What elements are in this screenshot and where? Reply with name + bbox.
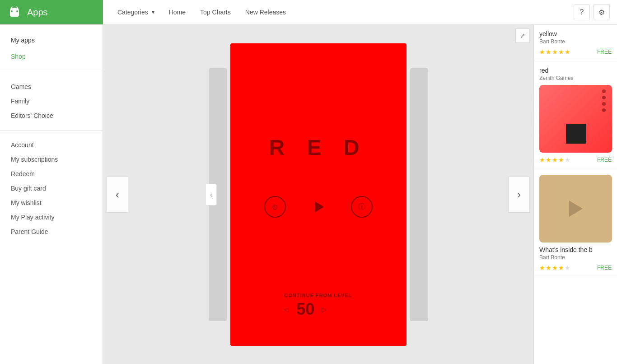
star-2: ★ — [546, 264, 552, 271]
categories-label: Categories — [117, 9, 148, 16]
app-title-red: red — [539, 67, 612, 74]
header: Apps Categories ▾ Home Top Charts New Re… — [0, 0, 617, 25]
slide-next — [410, 68, 428, 321]
app-card-footer-whats-inside: ★ ★ ★ ★ ★ FREE — [539, 264, 612, 271]
settings-button[interactable]: ⚙ — [594, 4, 610, 20]
star-1: ★ — [539, 264, 545, 271]
carousel-prev-button[interactable]: ‹ — [107, 177, 128, 213]
sidebar-item-shop[interactable]: Shop — [0, 48, 103, 65]
free-badge-red: FREE — [597, 157, 612, 163]
star-5-half: ★ — [565, 48, 570, 56]
brand: Apps — [0, 0, 103, 24]
rating-stars-red: ★ ★ ★ ★ ★ — [539, 156, 570, 163]
star-3: ★ — [552, 264, 558, 271]
carousel-next-button[interactable]: › — [508, 177, 530, 213]
dot-1 — [602, 89, 606, 93]
sidebar-item-buy-gift-card[interactable]: Buy gift card — [0, 181, 103, 196]
sidebar-item-games[interactable]: Games — [0, 79, 103, 94]
star-4-half: ★ — [558, 264, 564, 271]
slide-game-controls: ⊙ ⓘ — [264, 196, 373, 218]
info-icon: ⓘ — [358, 202, 365, 212]
sidebar: My apps Shop Games Family Editors' Choic… — [0, 25, 103, 364]
sidebar-item-redeem[interactable]: Redeem — [0, 167, 103, 181]
level-label: CONTINUE FROM LEVEL — [284, 293, 352, 298]
level-next-icon[interactable]: ▷ — [322, 306, 327, 313]
level-prev-icon[interactable]: ◁ — [284, 306, 289, 313]
app-thumbnail-red[interactable] — [539, 85, 612, 153]
star-3: ★ — [552, 48, 558, 56]
sidebar-item-parent-guide[interactable]: Parent Guide — [0, 224, 103, 239]
gear-icon: ⚙ — [598, 8, 605, 17]
sidebar-divider-1 — [0, 72, 103, 72]
slide-active: R E D ⊙ ⓘ CONTINUE FROM LEVEL — [230, 43, 407, 346]
star-1: ★ — [539, 48, 545, 56]
rating-stars-yellow: ★ ★ ★ ★ ★ — [539, 48, 570, 56]
app-author-whats-inside: Bart Bonte — [539, 254, 612, 261]
carousel: ‹ R E D ⊙ — [103, 25, 533, 364]
star-2: ★ — [546, 156, 552, 163]
sidebar-main-section: My apps Shop — [0, 28, 103, 68]
app-thumbnail-whats-inside[interactable] — [539, 175, 612, 243]
sidebar-item-editors-choice[interactable]: Editors' Choice — [0, 108, 103, 123]
svg-point-2 — [11, 10, 13, 12]
star-4-half: ★ — [558, 156, 564, 163]
svg-point-3 — [16, 10, 18, 12]
app-author-red: Zenith Games — [539, 75, 612, 81]
dot-4 — [602, 108, 606, 112]
level-selector: CONTINUE FROM LEVEL ◁ 50 ▷ — [284, 293, 352, 319]
level-row: ◁ 50 ▷ — [284, 300, 352, 319]
body: My apps Shop Games Family Editors' Choic… — [0, 25, 617, 364]
nav-new-releases[interactable]: New Releases — [238, 0, 293, 24]
sidebar-divider-2 — [0, 130, 103, 131]
star-3: ★ — [552, 156, 558, 163]
chevron-left-icon: ‹ — [210, 191, 212, 198]
app-card-footer-yellow: ★ ★ ★ ★ ★ FREE — [539, 48, 612, 56]
replay-icon-btn[interactable]: ⊙ — [264, 196, 286, 218]
brand-title: Apps — [27, 7, 48, 18]
android-icon — [7, 5, 22, 19]
sidebar-browse-section: Games Family Editors' Choice — [0, 76, 103, 126]
star-1: ★ — [539, 156, 545, 163]
sidebar-item-my-apps[interactable]: My apps — [0, 32, 103, 48]
header-actions: ? ⚙ — [574, 4, 617, 20]
carousel-slides: R E D ⊙ ⓘ CONTINUE FROM LEVEL — [132, 25, 505, 364]
nav-top-charts[interactable]: Top Charts — [193, 0, 238, 24]
dot-3 — [602, 102, 606, 106]
right-panel: yellow Bart Bonte ★ ★ ★ ★ ★ FREE red Zen… — [533, 25, 617, 364]
play-triangle-icon — [315, 201, 324, 212]
main-nav: Categories ▾ Home Top Charts New Release… — [103, 0, 574, 24]
free-badge-yellow: FREE — [597, 49, 612, 55]
free-badge-whats-inside: FREE — [597, 265, 612, 271]
sidebar-account-section: Account My subscriptions Redeem Buy gift… — [0, 134, 103, 243]
star-2: ★ — [546, 48, 552, 56]
star-5-empty: ★ — [565, 156, 570, 163]
nav-categories[interactable]: Categories ▾ — [110, 0, 162, 24]
nav-home[interactable]: Home — [162, 0, 193, 24]
sidebar-item-my-subscriptions[interactable]: My subscriptions — [0, 152, 103, 167]
help-button[interactable]: ? — [574, 4, 590, 20]
prev-icon: ‹ — [116, 188, 119, 201]
app-card-yellow: yellow Bart Bonte ★ ★ ★ ★ ★ FREE — [534, 25, 617, 61]
next-icon: › — [517, 188, 521, 201]
play-icon-btn[interactable] — [308, 196, 329, 218]
app-author-yellow: Bart Bonte — [539, 38, 612, 45]
level-number: 50 — [296, 300, 314, 319]
wood-play-icon — [569, 201, 583, 217]
sidebar-item-play-activity[interactable]: My Play activity — [0, 210, 103, 224]
slide-game-title: R E D — [269, 135, 367, 160]
main-content: ‹ ⤢ ‹ R E D ⊙ — [103, 25, 533, 364]
sidebar-item-my-wishlist[interactable]: My wishlist — [0, 196, 103, 210]
sidebar-item-account[interactable]: Account — [0, 138, 103, 152]
info-icon-btn[interactable]: ⓘ — [351, 196, 373, 218]
dot-2 — [602, 96, 606, 99]
app-title-whats-inside: What's inside the b — [539, 246, 612, 253]
app-card-red: red Zenith Games ★ ★ ★ ★ ★ — [534, 61, 617, 169]
red-square — [566, 124, 586, 144]
sidebar-collapse-button[interactable]: ‹ — [206, 184, 217, 205]
app-title-yellow: yellow — [539, 30, 612, 37]
app-card-footer-red: ★ ★ ★ ★ ★ FREE — [539, 156, 612, 163]
chevron-down-icon: ▾ — [152, 9, 154, 15]
replay-icon: ⊙ — [272, 203, 278, 211]
rating-stars-whats-inside: ★ ★ ★ ★ ★ — [539, 264, 570, 271]
sidebar-item-family[interactable]: Family — [0, 94, 103, 108]
